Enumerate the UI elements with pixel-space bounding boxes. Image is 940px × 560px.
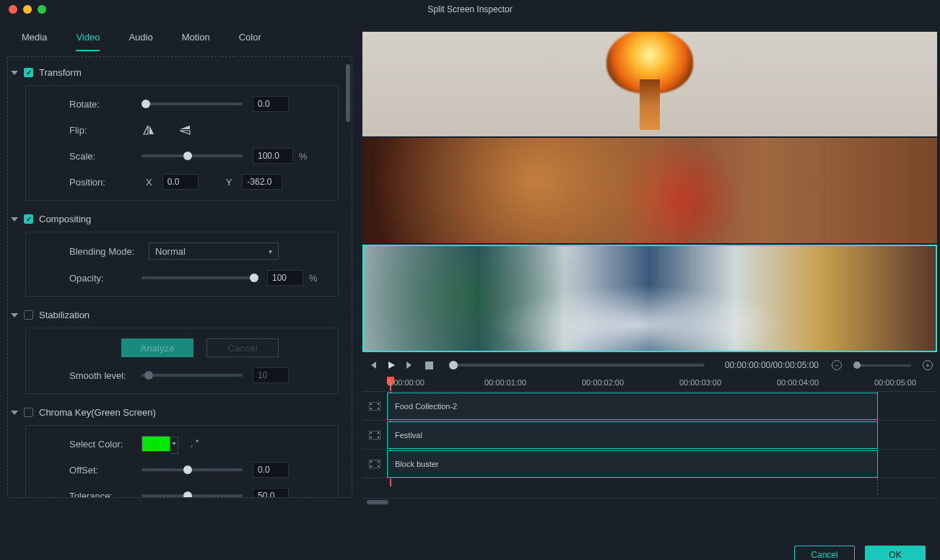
opacity-label: Opacity:: [69, 273, 142, 284]
scale-slider[interactable]: [142, 154, 243, 157]
seek-bar[interactable]: [449, 364, 705, 367]
ruler-label: 00:00:05:00: [874, 378, 916, 387]
smooth-label: Smooth level:: [69, 370, 142, 381]
section-title: Stabilization: [39, 310, 90, 320]
close-window-icon[interactable]: [9, 5, 17, 14]
flip-vertical-icon[interactable]: [178, 123, 192, 136]
minimize-window-icon[interactable]: [23, 5, 32, 14]
slider-thumb[interactable]: [250, 274, 258, 282]
section-title: Compositing: [39, 214, 91, 224]
opacity-unit: %: [309, 273, 318, 284]
offset-label: OffSet:: [69, 465, 142, 476]
next-frame-icon[interactable]: [404, 359, 416, 371]
checkbox-compositing[interactable]: [24, 214, 33, 224]
prev-frame-icon[interactable]: [367, 359, 378, 371]
footer: Cancel OK: [0, 538, 940, 560]
clip[interactable]: Food Collection-2: [387, 393, 878, 420]
slider-thumb[interactable]: [183, 152, 192, 160]
scrollbar-thumb[interactable]: [367, 500, 388, 504]
x-label: X: [146, 177, 152, 188]
section-header-compositing[interactable]: Compositing: [11, 211, 339, 227]
checkbox-stabilization[interactable]: [24, 310, 33, 320]
inspector-tabs: Media Video Audio Motion Color: [7, 22, 352, 52]
cancel-button[interactable]: Cancel: [794, 546, 855, 560]
svg-rect-5: [378, 408, 379, 409]
preview-pane-2[interactable]: [362, 138, 937, 242]
svg-rect-4: [378, 403, 379, 405]
ruler-label: 0:00:00:00: [387, 378, 425, 387]
blend-mode-dropdown[interactable]: Normal ▾: [149, 242, 279, 260]
title-bar: Split Screen Inspector: [0, 0, 940, 19]
smooth-input[interactable]: [253, 367, 289, 383]
position-label: Position:: [69, 177, 142, 188]
scrollbar-vertical[interactable]: [346, 64, 350, 122]
video-track-icon[interactable]: [362, 460, 387, 468]
timeline-ruler[interactable]: 0:00:00:00 00:00:01:00 00:00:02:00 00:00…: [387, 378, 937, 391]
chevron-down-icon: [172, 442, 176, 445]
chevron-down-icon: [11, 69, 18, 76]
tab-video[interactable]: Video: [76, 27, 100, 51]
smooth-slider[interactable]: [142, 374, 243, 377]
slider-thumb[interactable]: [144, 371, 153, 380]
preview-pane-3[interactable]: [362, 245, 937, 352]
opacity-slider[interactable]: [142, 276, 257, 279]
zoom-slider[interactable]: [853, 364, 911, 367]
color-swatch[interactable]: [142, 436, 170, 452]
video-track-icon[interactable]: [362, 431, 387, 439]
checkbox-transform[interactable]: [24, 68, 33, 77]
checkbox-chromakey[interactable]: [24, 408, 33, 417]
tab-color[interactable]: Color: [239, 27, 261, 51]
scale-input[interactable]: [253, 148, 293, 164]
position-y-input[interactable]: [242, 174, 282, 190]
section-header-transform[interactable]: Transform: [11, 64, 339, 81]
chevron-down-icon: [11, 409, 18, 416]
svg-rect-1: [369, 402, 380, 411]
clip[interactable]: Festival: [387, 421, 878, 449]
offset-input[interactable]: [253, 462, 289, 478]
tolerance-label: Tolerance:: [69, 491, 142, 499]
slider-thumb[interactable]: [183, 465, 192, 474]
section-header-chromakey[interactable]: Chroma Key(Green Screen): [11, 404, 339, 421]
blend-label: Blending Mode:: [69, 246, 149, 257]
rotate-slider[interactable]: [142, 102, 243, 105]
analyze-button[interactable]: Analyze: [121, 338, 193, 357]
offset-slider[interactable]: [142, 468, 243, 471]
tolerance-slider[interactable]: [142, 494, 243, 497]
flip-horizontal-icon[interactable]: [142, 123, 156, 136]
tab-audio[interactable]: Audio: [129, 27, 152, 51]
scale-unit: %: [299, 151, 308, 162]
traffic-lights: [9, 5, 46, 14]
ruler-label: 00:00:01:00: [484, 378, 526, 387]
section-transform: Transform Rotate: Flip: Scale:: [11, 64, 339, 201]
stabilization-cancel-button: Cancel: [206, 338, 279, 357]
zoom-thumb[interactable]: [853, 362, 861, 369]
seek-thumb[interactable]: [449, 361, 458, 369]
eyedropper-icon[interactable]: [189, 439, 199, 449]
zoom-out-icon[interactable]: −: [832, 360, 842, 370]
preview-pane-1[interactable]: [362, 32, 937, 136]
section-title: Chroma Key(Green Screen): [39, 407, 156, 418]
opacity-input[interactable]: [267, 270, 303, 286]
position-x-input[interactable]: [162, 174, 199, 190]
tolerance-input[interactable]: [253, 488, 289, 498]
rotate-input[interactable]: [253, 96, 289, 112]
section-header-stabilization[interactable]: Stabilization: [11, 307, 339, 323]
clip[interactable]: Block buster: [387, 450, 878, 478]
zoom-in-icon[interactable]: +: [923, 360, 933, 370]
tab-media[interactable]: Media: [22, 27, 47, 51]
slider-thumb[interactable]: [142, 100, 150, 108]
maximize-window-icon[interactable]: [38, 5, 46, 14]
tab-motion[interactable]: Motion: [182, 27, 210, 51]
timecode: 00:00:00:00/00:00:05:00: [725, 360, 819, 370]
section-compositing: Compositing Blending Mode: Normal ▾ Opac…: [11, 211, 339, 297]
svg-rect-8: [370, 437, 372, 438]
play-icon[interactable]: [386, 359, 397, 371]
section-stabilization: Stabilization Analyze Cancel Smooth leve…: [11, 307, 339, 394]
ok-button[interactable]: OK: [865, 546, 926, 560]
scrollbar-horizontal[interactable]: [362, 498, 937, 505]
stop-icon[interactable]: [423, 359, 435, 371]
window-title: Split Screen Inspector: [427, 4, 512, 14]
video-track-icon[interactable]: [362, 402, 387, 411]
split-screen-preview[interactable]: [362, 32, 937, 352]
slider-thumb[interactable]: [183, 491, 192, 498]
